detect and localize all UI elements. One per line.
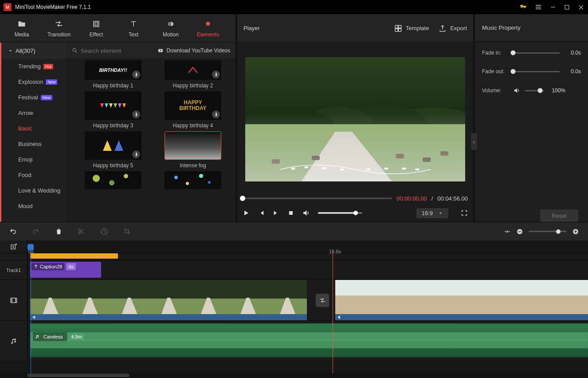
upgrade-key-icon[interactable] [520, 4, 527, 11]
timeline-cursor[interactable] [333, 250, 333, 374]
tab-label: Motion [163, 32, 179, 38]
sidebar-item-explosion[interactable]: ExplosionNew [1, 74, 67, 90]
sidebar-item-business[interactable]: Business [1, 136, 67, 152]
split-button[interactable] [78, 228, 85, 235]
video-clip-1[interactable] [30, 280, 307, 320]
sidebar-item-emoji[interactable]: Emoji [1, 152, 67, 167]
playhead[interactable] [27, 244, 34, 250]
download-icon[interactable]: ⬇ [132, 71, 140, 79]
sidebar-item-trending[interactable]: TrendingHot [1, 59, 67, 74]
music-name: Careless [41, 333, 65, 340]
undo-button[interactable] [9, 228, 17, 236]
speed-button[interactable] [100, 228, 108, 236]
element-happy-birthday-4[interactable]: HAPPYBIRTHDAY⬇ Happy birthday 4 [160, 91, 226, 129]
play-button[interactable] [243, 209, 250, 217]
volume-slider[interactable] [318, 212, 362, 214]
search-box[interactable] [72, 47, 153, 54]
tab-text[interactable]: Text [116, 19, 151, 38]
scrub-bar[interactable] [243, 197, 392, 199]
caption-duration: 4s [66, 263, 76, 270]
close-icon[interactable] [578, 4, 584, 11]
download-icon[interactable]: ⬇ [212, 110, 220, 118]
template-button[interactable]: Template [394, 24, 429, 32]
transition-slot[interactable] [316, 294, 329, 307]
category-sidebar[interactable]: All(307) TrendingHot ExplosionNew Festiv… [0, 43, 67, 222]
properties-panel: Music Property Fade in: 0.0s Fade out: 0… [475, 14, 588, 222]
timeline-scrollbar[interactable] [0, 373, 588, 378]
video-track[interactable] [27, 280, 588, 320]
element-bokeh-1[interactable] [80, 171, 146, 189]
tab-elements[interactable]: Elements [191, 19, 225, 38]
scrollbar-thumb[interactable] [27, 374, 129, 377]
element-bokeh-2[interactable] [160, 171, 226, 189]
element-clip[interactable] [30, 253, 118, 259]
crop-button[interactable] [123, 228, 131, 235]
audio-track[interactable]: Careless 4.9m [27, 321, 588, 361]
sidebar-item-festival[interactable]: FestivalNew [1, 90, 67, 105]
audio-track-header[interactable] [0, 321, 27, 361]
download-icon[interactable]: ⬇ [212, 71, 220, 79]
fade-in-label: Fade in: [482, 50, 509, 56]
text-track[interactable]: Caption28 4s [27, 260, 588, 280]
tab-transition[interactable]: Transition [42, 19, 76, 38]
element-track[interactable] [27, 253, 588, 260]
download-icon[interactable]: ⬇ [132, 110, 140, 118]
collapse-properties-icon[interactable]: › [471, 133, 477, 150]
reset-button[interactable]: Reset [540, 209, 578, 222]
svg-rect-24 [518, 231, 521, 232]
video-track-header[interactable] [0, 280, 27, 320]
element-intense-fog[interactable]: Intense fog [160, 131, 226, 169]
caption-clip[interactable]: Caption28 4s [30, 262, 101, 278]
folder-icon [17, 19, 27, 29]
tab-media[interactable]: Media [4, 19, 39, 38]
zoom-in-button[interactable] [572, 228, 579, 235]
fade-out-slider[interactable] [513, 71, 560, 72]
sidebar-item-mood[interactable]: Mood [1, 198, 67, 214]
volume-icon[interactable] [302, 209, 310, 217]
clip-audio-icon [337, 315, 342, 320]
prev-frame-button[interactable] [258, 209, 265, 217]
download-youtube-link[interactable]: Download YouTube Videos [157, 47, 230, 54]
aspect-select[interactable]: 16:9 [416, 208, 448, 218]
video-clip-2[interactable] [335, 280, 588, 320]
sidebar-all[interactable]: All(307) [1, 43, 67, 59]
scrub-handle[interactable] [240, 196, 245, 201]
fade-in-slider[interactable] [513, 52, 560, 54]
maximize-icon[interactable] [564, 4, 570, 10]
speaker-icon[interactable] [513, 87, 520, 94]
zoom-slider[interactable] [529, 231, 567, 232]
export-button[interactable]: Export [439, 24, 467, 32]
zoom-out-button[interactable] [516, 228, 523, 235]
track1-header[interactable]: Track1 [0, 260, 27, 280]
download-icon[interactable]: ⬇ [132, 150, 140, 158]
stop-button[interactable] [288, 210, 294, 216]
fade-in-value: 0.0s [564, 50, 581, 56]
sidebar-item-label: Business [18, 141, 42, 147]
music-clip[interactable]: Careless 4.9m [30, 323, 588, 357]
tab-motion[interactable]: Motion [153, 19, 188, 38]
sidebar-item-food[interactable]: Food [1, 167, 67, 183]
volume-prop-slider[interactable] [525, 90, 544, 91]
time-total: 00:04:56.00 [437, 195, 468, 202]
search-icon [72, 47, 78, 54]
element-label: Happy birthday 3 [93, 122, 133, 129]
sidebar-item-love-wedding[interactable]: Love & Wedding [1, 183, 67, 198]
sidebar-item-arrow[interactable]: Arrow [1, 105, 67, 121]
delete-button[interactable] [55, 228, 63, 235]
menu-icon[interactable] [535, 4, 542, 11]
tab-effect[interactable]: Effect [79, 19, 114, 38]
fullscreen-button[interactable] [461, 209, 468, 217]
minimize-icon[interactable] [550, 4, 556, 10]
element-happy-birthday-2[interactable]: ⬇ Happy birthday 2 [160, 60, 226, 89]
element-happy-birthday-5[interactable]: ⬇ Happy birthday 5 [80, 131, 146, 169]
fit-timeline-icon[interactable] [504, 228, 511, 235]
search-input[interactable] [81, 47, 152, 54]
template-icon [394, 24, 402, 32]
add-track-button[interactable] [0, 240, 27, 253]
element-happy-birthday-1[interactable]: BIRTHDAY!!⬇ Happy birthday 1 [80, 60, 146, 89]
redo-button[interactable] [32, 228, 40, 236]
next-frame-button[interactable] [273, 209, 280, 217]
video-preview[interactable] [245, 57, 465, 181]
element-happy-birthday-3[interactable]: ⬇ Happy birthday 3 [80, 91, 146, 129]
sidebar-item-basic[interactable]: Basic [1, 121, 67, 136]
